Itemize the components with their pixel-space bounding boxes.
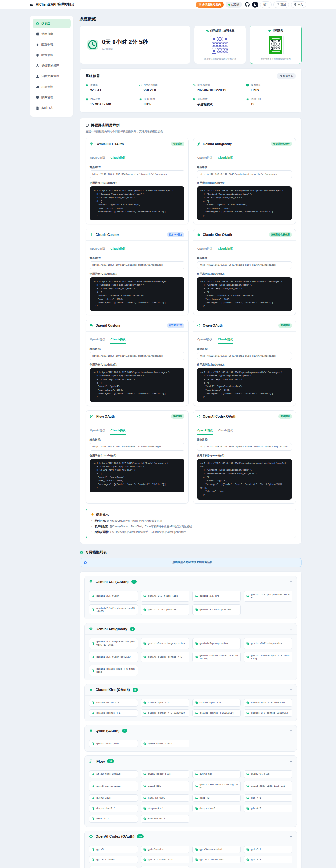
sidebar-item-guide[interactable]: 使用指南 [33,29,71,39]
curl-example-code[interactable]: curl http://192.168.0.197:3645/openai-if… [90,459,184,493]
sidebar-item-credentials[interactable]: 凭据文件管理 [33,71,71,81]
model-chip[interactable]: claude-3-7-sonnet-20250219 [244,709,293,717]
endpoint-url[interactable]: http://192.168.0.197:3645/gemini-cli-oau… [90,170,184,178]
model-chip[interactable]: gemini-2.5-computer-use-preview-10-2025 [89,638,138,649]
curl-example-code[interactable]: curl http://192.168.0.197:3645/openai-cu… [90,368,184,402]
model-chip[interactable]: claude-sonnet-4-5-20250929 [141,709,189,717]
endpoint-url[interactable]: http://192.168.0.197:3645/openai-qwen-oa… [197,352,292,360]
model-chip[interactable]: deepseek-v3.2 [89,805,138,812]
model-chip[interactable]: gemini-3-pro-preview [192,638,241,649]
model-group-header[interactable]: Gemini CLI (OAuth)7 [85,576,297,587]
tab-openai-protocol[interactable]: OpenAI协议 [197,427,213,435]
endpoint-url[interactable]: http://192.168.0.197:3645/claude-kiro-oa… [197,261,292,269]
model-chip[interactable]: qwen3-235b [89,794,138,802]
endpoint-url[interactable]: http://192.168.0.197:3645/openai-iflow/v… [90,443,184,451]
tab-claude-protocol[interactable]: Claude协议 [111,336,126,344]
model-chip[interactable]: gemini-2.5-pro [192,591,241,602]
model-chip[interactable]: claude-opus-4-5 [192,699,241,707]
model-chip[interactable]: gemini-2.5-flash-preview [89,652,138,663]
model-chip[interactable]: qwen3-32b [141,781,189,792]
tab-openai-protocol[interactable]: OpenAI协议 [197,336,213,344]
model-chip[interactable]: gpt-5 [89,846,138,853]
curl-example-code[interactable]: curl http://192.168.0.197:3645/claude-ki… [197,277,292,311]
model-chip[interactable]: claude-haiku-4-5 [89,699,138,707]
tab-claude-protocol[interactable]: Claude协议 [218,154,233,162]
tab-openai-protocol[interactable]: OpenAI协议 [90,336,105,344]
tab-claude-protocol[interactable]: Claude协议 [111,245,126,253]
model-chip[interactable]: qwen3-max-preview [89,781,138,792]
model-group-header[interactable]: Qwen (OAuth)2 [85,725,297,736]
model-chip[interactable]: gpt-5.1-codex [89,856,138,863]
tab-claude-protocol[interactable]: Claude协议 [111,154,126,162]
curl-example-code[interactable]: curl http://192.168.0.197:3645/openai-qw… [197,368,292,402]
model-chip[interactable]: gpt-5.3-codex [141,866,189,868]
model-chip[interactable]: kimi-k2-0905 [141,794,189,802]
tab-openai-protocol[interactable]: OpenAI协议 [90,427,105,435]
model-chip[interactable]: gpt-5.2 [244,856,293,863]
tab-claude-protocol[interactable]: Claude协议 [111,427,126,435]
model-chip[interactable]: kimi-k2 [192,794,241,802]
sidebar-item-plugins[interactable]: 插件管理 [33,93,71,102]
model-chip[interactable]: gpt-5-codex-mini [192,846,241,853]
restart-button[interactable]: 重启 [273,1,289,8]
endpoint-url[interactable]: http://192.168.0.197:3645/openai-custom/… [90,352,184,360]
model-group-header[interactable]: Gemini Antigravity9 [85,623,297,635]
model-chip[interactable]: gemini-claude-opus-4-6-thinking [89,665,138,676]
curl-example-code[interactable]: curl http://192.168.0.197:3645/openai-co… [197,459,292,500]
curl-example-code[interactable]: curl http://192.168.0.197:3645/gemini-an… [197,186,292,220]
endpoint-url[interactable]: http://192.168.0.197:3645/openai-codex-o… [197,443,292,451]
language-button[interactable]: 中文 [291,1,306,8]
curl-example-code[interactable]: curl http://192.168.0.197:3645/claude-cu… [90,277,184,311]
github-button[interactable] [244,2,250,8]
model-chip[interactable]: gemini-2.5-flash-preview-09-2025 [89,604,138,615]
logout-button[interactable]: 登出 [260,1,272,8]
model-chip[interactable]: qwen3-coder-flash [141,740,189,747]
sidebar-item-tutorial[interactable]: 配置教程 [33,40,71,50]
model-group-header[interactable]: iFlow18 [85,756,297,767]
model-chip[interactable]: qwen3-max [192,770,241,778]
model-chip[interactable]: qwen3-235b-a22b-thinking-2507 [192,781,241,792]
model-chip[interactable]: kimi-k2.5 [89,815,138,823]
sidebar-item-provider-pool[interactable]: 提供商池管理 [33,61,71,71]
sidebar-item-logs[interactable]: 实时日志 [33,103,71,113]
model-chip[interactable]: claude-opus-4-5-20251101 [244,699,293,707]
model-chip[interactable]: gpt-5.2-codex [89,866,138,868]
buy-accounts-button[interactable]: 多渠道账号购买 [196,2,224,8]
model-chip[interactable]: qwen3-vl-plus [244,770,293,778]
model-chip[interactable]: gemini-claude-sonnet-4-5-thinking [192,652,241,663]
tab-openai-protocol[interactable]: OpenAI协议 [90,245,105,253]
model-chip[interactable]: glm-4.7 [244,805,293,812]
tab-openai-protocol[interactable]: OpenAI协议 [90,154,105,162]
model-chip[interactable]: gemini-3-flash-preview [244,638,293,649]
sidebar-item-usage[interactable]: 用量查询 [33,82,71,92]
model-group-header[interactable]: Claude Kiro (OAuth)8 [85,684,297,695]
model-chip[interactable]: claude-opus-4-6 [141,699,189,707]
tab-claude-protocol[interactable]: Claude协议 [218,427,233,435]
model-chip[interactable]: gemini-3-pro-image-preview [141,638,189,649]
model-chip[interactable]: qwen3-coder-plus [141,770,189,778]
model-chip[interactable]: gemini-2.5-pro-preview-06-05 [244,591,293,602]
copy-hint-banner[interactable]: 点击模型名称可直接复制到剪贴板 [80,558,302,567]
model-chip[interactable]: gemini-claude-opus-4-5-thinking [244,652,293,663]
model-chip[interactable]: gpt-5.1-codex-max [192,856,241,863]
model-chip[interactable]: gpt-5-codex [141,846,189,853]
model-group-header[interactable]: OpenAI Codex (OAuth)10 [85,831,297,842]
model-chip[interactable]: minimax-m2.1 [141,815,189,823]
model-chip[interactable]: deepseek-r1 [141,805,189,812]
model-chip[interactable]: gemini-3-flash-preview [192,604,241,615]
sidebar-item-config[interactable]: 配置管理 [33,51,71,60]
model-chip[interactable]: glm-4.6 [244,794,293,802]
model-chip[interactable]: gemini-claude-sonnet-4-5 [141,652,189,663]
model-chip[interactable]: gemini-3-pro-preview [141,604,189,615]
model-chip[interactable]: qwen3-coder-plus [89,740,138,747]
tab-claude-protocol[interactable]: Claude协议 [218,245,233,253]
model-chip[interactable]: iflow-rome-30ba3b [89,770,138,778]
model-chip[interactable]: claude-sonnet-4-5 [89,709,138,717]
model-chip[interactable]: gemini-2.5-flash-lite [141,591,189,602]
model-chip[interactable]: gpt-5.1-codex-mini [141,856,189,863]
endpoint-url[interactable]: http://192.168.0.197:3645/claude-custom/… [90,261,184,269]
tab-openai-protocol[interactable]: OpenAI协议 [197,154,213,162]
tab-claude-protocol[interactable]: Claude协议 [218,336,233,344]
check-update-button[interactable]: 检查更新 [277,73,296,79]
sidebar-item-dashboard[interactable]: 仪表盘 [33,19,71,28]
